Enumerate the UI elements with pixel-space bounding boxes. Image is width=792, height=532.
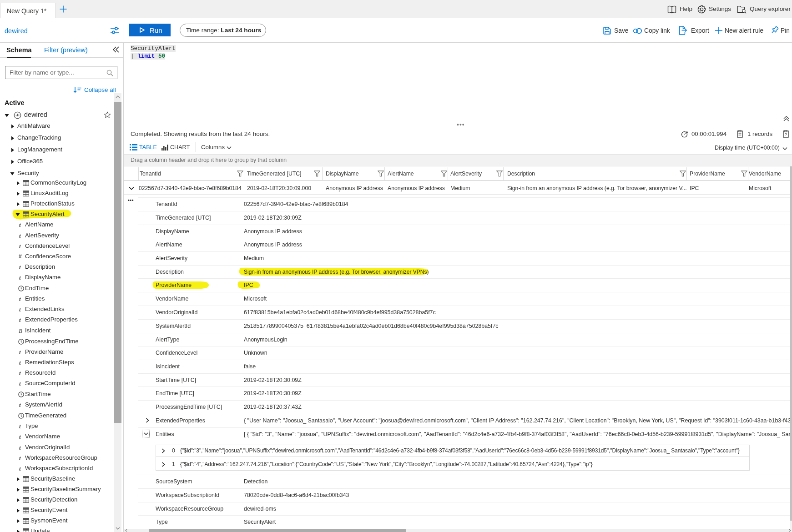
svg-text:?: ? — [785, 132, 787, 137]
